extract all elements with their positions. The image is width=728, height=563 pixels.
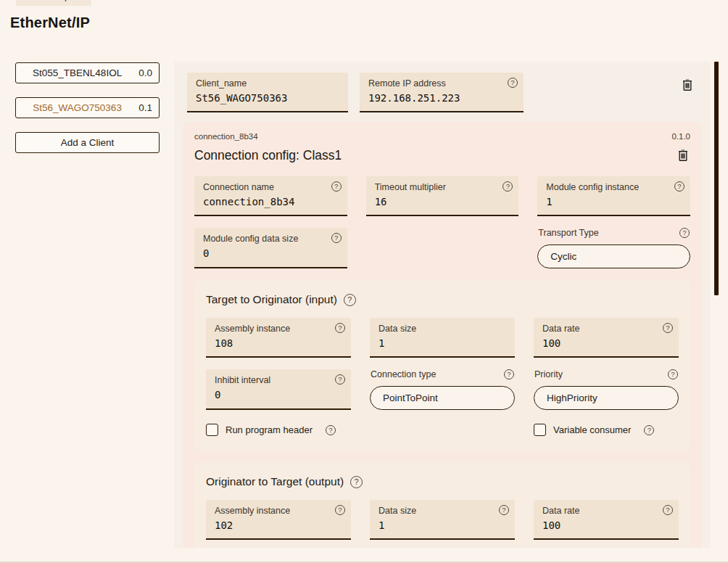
connection-meta-row: connection_8b34 0.1.0 xyxy=(194,132,690,141)
help-icon[interactable]: ? xyxy=(331,181,342,192)
field-value: connection_8b34 xyxy=(203,196,339,207)
field-label: Module config data size xyxy=(203,234,339,244)
connection-type-select[interactable]: PointToPoint xyxy=(370,386,515,410)
help-icon[interactable]: ? xyxy=(668,369,678,379)
checkbox-label: Variable consumer xyxy=(553,424,631,435)
field-value: 100 xyxy=(542,519,670,531)
transport-type-group: Transport Type ? Cyclic xyxy=(537,228,690,268)
field-label: Client_name xyxy=(196,78,339,89)
field-label: Data rate xyxy=(542,506,670,516)
connection-fields-grid: ? Connection name connection_8b34 ? Time… xyxy=(194,176,690,268)
tab-close-icon[interactable]: × xyxy=(77,0,83,1)
help-icon[interactable]: ? xyxy=(508,78,518,88)
help-icon[interactable]: ? xyxy=(335,323,345,333)
priority-group: Priority ? HighPriority xyxy=(534,369,679,410)
delete-client-button[interactable] xyxy=(680,77,695,93)
trash-icon xyxy=(677,149,689,162)
select-label: Priority xyxy=(534,369,563,379)
output-data-size-field[interactable]: ? Data size 1 xyxy=(370,500,515,540)
help-icon[interactable]: ? xyxy=(504,369,514,379)
help-icon[interactable]: ? xyxy=(335,374,345,385)
input-data-rate-field[interactable]: ? Data rate 100 xyxy=(534,318,679,358)
help-icon[interactable]: ? xyxy=(679,228,690,238)
input-checkbox-row: Run program header ? Variable consumer ? xyxy=(206,424,679,436)
sidebar-item-client-1[interactable]: St56_WAGO750363 0.1 xyxy=(15,97,160,118)
client-header-row: Client_name St56_WAGO750363 ? Remote IP … xyxy=(174,62,711,112)
output-assembly-instance-field[interactable]: ? Assembly instance 102 xyxy=(206,500,351,540)
transport-type-select[interactable]: Cyclic xyxy=(537,244,690,268)
field-label: Assembly instance xyxy=(215,324,342,334)
run-program-header-checkbox[interactable] xyxy=(206,424,218,436)
add-client-button[interactable]: Add a Client xyxy=(15,132,160,153)
add-client-label: Add a Client xyxy=(16,137,159,148)
input-fields-grid: ? Assembly instance 108 Data size 1 ? Da… xyxy=(206,318,679,410)
field-value: 102 xyxy=(215,519,342,531)
connection-config-card: connection_8b34 0.1.0 Connection config:… xyxy=(183,122,702,548)
select-value: PointToPoint xyxy=(383,393,438,403)
vertical-scrollbar[interactable] xyxy=(714,62,719,295)
select-value: HighPriority xyxy=(547,393,597,403)
ethernet-ip-config-page: { "tab": { "label": "ethernet-ip", "clos… xyxy=(0,0,728,563)
client-address-label: 0.1 xyxy=(138,102,159,113)
client-name-field[interactable]: Client_name St56_WAGO750363 xyxy=(187,73,348,112)
connection-title-row: Connection config: Class1 xyxy=(194,147,690,163)
client-address-label: 0.0 xyxy=(138,67,159,78)
field-label: Assembly instance xyxy=(215,506,342,516)
input-data-size-field[interactable]: Data size 1 xyxy=(370,318,515,358)
tab-ethernet-ip[interactable]: ethernet-ip × xyxy=(16,0,91,6)
module-config-instance-field[interactable]: ? Module config instance 1 xyxy=(537,176,690,216)
variable-consumer-checkbox[interactable] xyxy=(534,424,546,436)
tab-label: ethernet-ip xyxy=(25,0,70,1)
help-icon[interactable]: ? xyxy=(499,505,509,515)
connection-title: Connection config: Class1 xyxy=(194,148,342,163)
inhibit-interval-field[interactable]: ? Inhibit interval 0 xyxy=(206,369,351,410)
section-title: Target to Originator (input) xyxy=(206,293,337,306)
field-value: 192.168.251.223 xyxy=(368,92,515,104)
field-value: 1 xyxy=(379,519,506,531)
target-to-originator-section: Target to Originator (input) ? ? Assembl… xyxy=(194,280,690,451)
output-data-rate-field[interactable]: ? Data rate 100 xyxy=(534,500,679,540)
timeout-multiplier-field[interactable]: ? Timeout multiplier 16 xyxy=(366,176,519,216)
priority-select[interactable]: HighPriority xyxy=(534,386,679,410)
help-icon[interactable]: ? xyxy=(344,294,356,306)
delete-connection-button[interactable] xyxy=(676,147,690,163)
connection-type-group: Connection type ? PointToPoint xyxy=(370,369,515,410)
client-sidebar: St055_TBENL48IOL 0.0 St56_WAGO750363 0.1… xyxy=(15,62,160,167)
originator-to-target-section: Originator to Target (output) ? ? Assemb… xyxy=(194,462,690,548)
run-program-header-option: Run program header ? xyxy=(206,424,351,436)
input-assembly-instance-field[interactable]: ? Assembly instance 108 xyxy=(206,318,351,358)
module-config-data-size-field[interactable]: ? Module config data size 0 xyxy=(194,228,347,268)
help-icon[interactable]: ? xyxy=(502,181,513,192)
field-label: Data size xyxy=(379,506,506,516)
field-label: Data rate xyxy=(542,324,670,334)
help-icon[interactable]: ? xyxy=(331,233,342,243)
page-title: EtherNet/IP xyxy=(10,15,90,31)
section-title: Originator to Target (output) xyxy=(206,475,344,488)
field-value: 16 xyxy=(375,196,510,207)
help-icon[interactable]: ? xyxy=(335,505,345,515)
field-label: Timeout multiplier xyxy=(375,182,510,192)
help-icon[interactable]: ? xyxy=(350,476,363,488)
field-value: 0 xyxy=(215,389,342,400)
client-name-label: St055_TBENL48IOL xyxy=(16,67,138,78)
field-label: Inhibit interval xyxy=(215,375,342,385)
help-icon[interactable]: ? xyxy=(663,323,673,333)
select-value: Cyclic xyxy=(550,251,576,262)
help-icon[interactable]: ? xyxy=(326,425,336,435)
help-icon[interactable]: ? xyxy=(674,181,684,192)
sidebar-item-client-0[interactable]: St055_TBENL48IOL 0.0 xyxy=(15,62,160,83)
help-icon[interactable]: ? xyxy=(644,425,654,435)
trash-icon xyxy=(682,78,693,91)
field-value: 1 xyxy=(546,196,682,207)
connection-version: 0.1.0 xyxy=(671,132,690,141)
connection-name-field[interactable]: ? Connection name connection_8b34 xyxy=(194,176,347,216)
select-label: Connection type xyxy=(371,369,436,379)
field-label: Remote IP address xyxy=(368,78,515,89)
field-label: Module config instance xyxy=(546,182,682,192)
variable-consumer-option: Variable consumer ? xyxy=(534,424,679,436)
field-label: Connection name xyxy=(203,182,339,192)
remote-ip-field[interactable]: ? Remote IP address 192.168.251.223 xyxy=(360,73,524,112)
help-icon[interactable]: ? xyxy=(663,505,673,515)
field-value: 1 xyxy=(379,337,506,349)
checkbox-label: Run program header xyxy=(226,424,313,435)
